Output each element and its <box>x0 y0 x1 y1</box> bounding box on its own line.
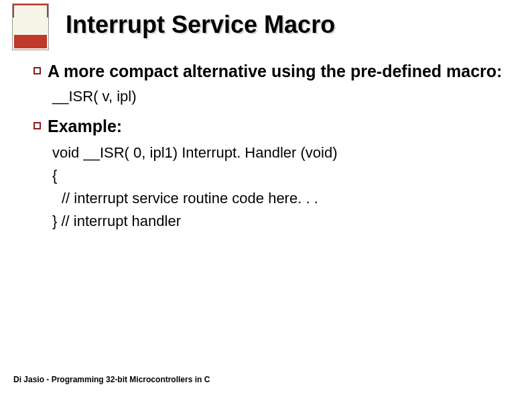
footer-citation: Di Jasio - Programming 32-bit Microcontr… <box>13 375 210 384</box>
slide-content: A more compact alternative using the pre… <box>34 60 505 233</box>
bullet-square-icon <box>34 67 41 74</box>
bullet-2-text: Example: <box>48 115 122 137</box>
bullet-item-2: Example: <box>34 115 505 137</box>
code-line-4: } // interrupt handler <box>52 210 505 233</box>
code-line-2: { <box>52 164 505 187</box>
book-cover-thumbnail <box>12 3 49 50</box>
code-line-3: // interrupt service routine code here. … <box>62 187 505 210</box>
code-line-1: void __ISR( 0, ipl1) Interrupt. Handler … <box>52 141 505 164</box>
bullet-square-icon <box>34 122 41 129</box>
bullet-1-text: A more compact alternative using the pre… <box>48 60 502 82</box>
example-code-block: void __ISR( 0, ipl1) Interrupt. Handler … <box>52 141 505 233</box>
slide-title: Interrupt Service Macro <box>66 11 335 39</box>
bullet-item-1: A more compact alternative using the pre… <box>34 60 505 82</box>
bullet-1-subtext: __ISR( v, ipl) <box>52 87 505 107</box>
